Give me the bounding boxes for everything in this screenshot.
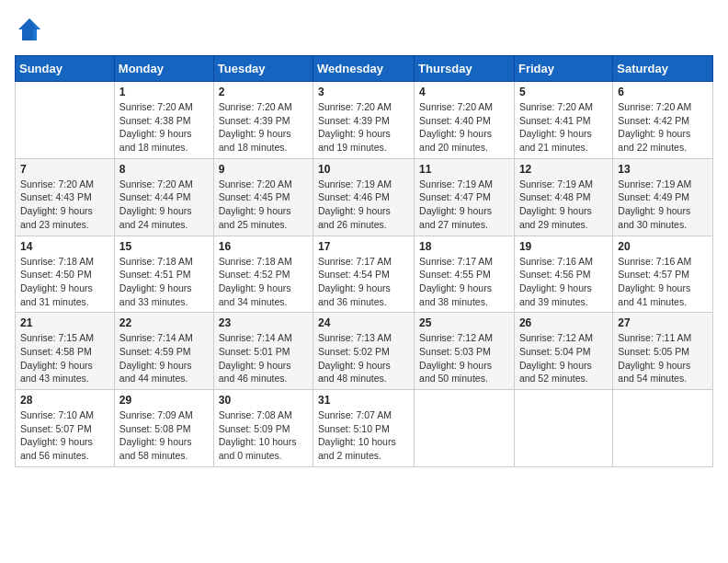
day-info: Sunrise: 7:20 AMSunset: 4:45 PMDaylight:… bbox=[219, 178, 308, 232]
day-number: 8 bbox=[119, 163, 209, 176]
day-info: Sunrise: 7:13 AMSunset: 5:02 PMDaylight:… bbox=[318, 331, 409, 385]
weekday-header-monday: Monday bbox=[114, 56, 213, 82]
calendar-cell: 31Sunrise: 7:07 AMSunset: 5:10 PMDayligh… bbox=[313, 390, 415, 467]
weekday-header-sunday: Sunday bbox=[16, 56, 115, 82]
calendar-cell: 6Sunrise: 7:20 AMSunset: 4:42 PMDaylight… bbox=[613, 82, 713, 159]
day-number: 3 bbox=[318, 86, 409, 98]
calendar-cell: 25Sunrise: 7:12 AMSunset: 5:03 PMDayligh… bbox=[415, 313, 515, 390]
day-number: 6 bbox=[618, 86, 708, 98]
calendar-cell: 7Sunrise: 7:20 AMSunset: 4:43 PMDaylight… bbox=[16, 158, 115, 236]
calendar-cell: 9Sunrise: 7:20 AMSunset: 4:45 PMDaylight… bbox=[213, 158, 313, 236]
weekday-header-tuesday: Tuesday bbox=[213, 56, 313, 82]
day-number: 30 bbox=[219, 394, 308, 407]
calendar-cell: 2Sunrise: 7:20 AMSunset: 4:39 PMDaylight… bbox=[213, 82, 313, 159]
day-number: 2 bbox=[219, 86, 308, 98]
day-number: 19 bbox=[519, 240, 608, 253]
day-number: 17 bbox=[318, 240, 409, 253]
logo-icon bbox=[15, 15, 44, 44]
day-info: Sunrise: 7:18 AMSunset: 4:51 PMDaylight:… bbox=[119, 255, 209, 309]
calendar-header: SundayMondayTuesdayWednesdayThursdayFrid… bbox=[16, 56, 713, 82]
calendar-cell bbox=[613, 390, 713, 467]
calendar-cell: 26Sunrise: 7:12 AMSunset: 5:04 PMDayligh… bbox=[514, 313, 612, 390]
day-info: Sunrise: 7:19 AMSunset: 4:46 PMDaylight:… bbox=[318, 178, 409, 232]
day-info: Sunrise: 7:18 AMSunset: 4:50 PMDaylight:… bbox=[20, 255, 109, 309]
day-info: Sunrise: 7:20 AMSunset: 4:39 PMDaylight:… bbox=[219, 100, 308, 155]
calendar-table: SundayMondayTuesdayWednesdayThursdayFrid… bbox=[15, 55, 713, 467]
day-number: 11 bbox=[419, 163, 509, 176]
calendar-cell bbox=[16, 82, 115, 159]
day-number: 12 bbox=[519, 163, 608, 176]
calendar-cell: 4Sunrise: 7:20 AMSunset: 4:40 PMDaylight… bbox=[415, 82, 515, 159]
calendar-cell: 8Sunrise: 7:20 AMSunset: 4:44 PMDaylight… bbox=[114, 158, 213, 236]
day-number: 28 bbox=[20, 394, 109, 407]
calendar-cell: 12Sunrise: 7:19 AMSunset: 4:48 PMDayligh… bbox=[514, 158, 612, 236]
day-number: 22 bbox=[119, 316, 209, 329]
day-number: 27 bbox=[618, 316, 708, 329]
day-info: Sunrise: 7:17 AMSunset: 4:55 PMDaylight:… bbox=[419, 255, 509, 309]
calendar-cell: 29Sunrise: 7:09 AMSunset: 5:08 PMDayligh… bbox=[114, 390, 213, 467]
calendar-cell: 5Sunrise: 7:20 AMSunset: 4:41 PMDaylight… bbox=[514, 82, 612, 159]
calendar-week-1: 1Sunrise: 7:20 AMSunset: 4:38 PMDaylight… bbox=[16, 82, 713, 159]
day-number: 9 bbox=[219, 163, 308, 176]
day-number: 7 bbox=[20, 163, 109, 176]
calendar-cell: 15Sunrise: 7:18 AMSunset: 4:51 PMDayligh… bbox=[114, 236, 213, 313]
weekday-row: SundayMondayTuesdayWednesdayThursdayFrid… bbox=[16, 56, 713, 82]
day-info: Sunrise: 7:08 AMSunset: 5:09 PMDaylight:… bbox=[219, 408, 308, 463]
calendar-week-5: 28Sunrise: 7:10 AMSunset: 5:07 PMDayligh… bbox=[16, 390, 713, 467]
day-info: Sunrise: 7:19 AMSunset: 4:48 PMDaylight:… bbox=[519, 178, 608, 232]
day-info: Sunrise: 7:14 AMSunset: 5:01 PMDaylight:… bbox=[219, 331, 308, 385]
calendar-cell: 18Sunrise: 7:17 AMSunset: 4:55 PMDayligh… bbox=[415, 236, 515, 313]
day-info: Sunrise: 7:19 AMSunset: 4:47 PMDaylight:… bbox=[419, 178, 509, 232]
day-info: Sunrise: 7:12 AMSunset: 5:04 PMDaylight:… bbox=[519, 331, 608, 385]
day-number: 5 bbox=[519, 86, 608, 98]
day-number: 26 bbox=[519, 316, 608, 329]
day-number: 29 bbox=[119, 394, 209, 407]
day-info: Sunrise: 7:20 AMSunset: 4:43 PMDaylight:… bbox=[20, 178, 109, 232]
calendar-cell: 28Sunrise: 7:10 AMSunset: 5:07 PMDayligh… bbox=[16, 390, 115, 467]
calendar-week-2: 7Sunrise: 7:20 AMSunset: 4:43 PMDaylight… bbox=[16, 158, 713, 236]
day-info: Sunrise: 7:11 AMSunset: 5:05 PMDaylight:… bbox=[618, 331, 708, 385]
calendar-cell: 10Sunrise: 7:19 AMSunset: 4:46 PMDayligh… bbox=[313, 158, 415, 236]
calendar-cell: 21Sunrise: 7:15 AMSunset: 4:58 PMDayligh… bbox=[16, 313, 115, 390]
calendar-week-3: 14Sunrise: 7:18 AMSunset: 4:50 PMDayligh… bbox=[16, 236, 713, 313]
day-number: 25 bbox=[419, 316, 509, 329]
calendar-cell: 20Sunrise: 7:16 AMSunset: 4:57 PMDayligh… bbox=[613, 236, 713, 313]
day-info: Sunrise: 7:20 AMSunset: 4:38 PMDaylight:… bbox=[119, 100, 209, 155]
weekday-header-wednesday: Wednesday bbox=[313, 56, 415, 82]
day-number: 13 bbox=[618, 163, 708, 176]
calendar-cell: 17Sunrise: 7:17 AMSunset: 4:54 PMDayligh… bbox=[313, 236, 415, 313]
day-info: Sunrise: 7:17 AMSunset: 4:54 PMDaylight:… bbox=[318, 255, 409, 309]
day-info: Sunrise: 7:20 AMSunset: 4:42 PMDaylight:… bbox=[618, 100, 708, 155]
calendar-cell: 3Sunrise: 7:20 AMSunset: 4:39 PMDaylight… bbox=[313, 82, 415, 159]
day-info: Sunrise: 7:16 AMSunset: 4:57 PMDaylight:… bbox=[618, 255, 708, 309]
calendar-cell: 22Sunrise: 7:14 AMSunset: 4:59 PMDayligh… bbox=[114, 313, 213, 390]
day-info: Sunrise: 7:14 AMSunset: 4:59 PMDaylight:… bbox=[119, 331, 209, 385]
calendar-cell: 27Sunrise: 7:11 AMSunset: 5:05 PMDayligh… bbox=[613, 313, 713, 390]
calendar-cell: 23Sunrise: 7:14 AMSunset: 5:01 PMDayligh… bbox=[213, 313, 313, 390]
weekday-header-saturday: Saturday bbox=[613, 56, 713, 82]
day-info: Sunrise: 7:20 AMSunset: 4:41 PMDaylight:… bbox=[519, 100, 608, 155]
calendar-cell bbox=[415, 390, 515, 467]
calendar-cell: 30Sunrise: 7:08 AMSunset: 5:09 PMDayligh… bbox=[213, 390, 313, 467]
day-info: Sunrise: 7:10 AMSunset: 5:07 PMDaylight:… bbox=[20, 408, 109, 463]
weekday-header-friday: Friday bbox=[514, 56, 612, 82]
calendar-cell: 11Sunrise: 7:19 AMSunset: 4:47 PMDayligh… bbox=[415, 158, 515, 236]
day-info: Sunrise: 7:12 AMSunset: 5:03 PMDaylight:… bbox=[419, 331, 509, 385]
day-info: Sunrise: 7:18 AMSunset: 4:52 PMDaylight:… bbox=[219, 255, 308, 309]
calendar-cell: 14Sunrise: 7:18 AMSunset: 4:50 PMDayligh… bbox=[16, 236, 115, 313]
day-info: Sunrise: 7:20 AMSunset: 4:39 PMDaylight:… bbox=[318, 100, 409, 155]
calendar-cell: 1Sunrise: 7:20 AMSunset: 4:38 PMDaylight… bbox=[114, 82, 213, 159]
day-number: 16 bbox=[219, 240, 308, 253]
day-number: 20 bbox=[618, 240, 708, 253]
calendar-cell bbox=[514, 390, 612, 467]
day-info: Sunrise: 7:16 AMSunset: 4:56 PMDaylight:… bbox=[519, 255, 608, 309]
day-number: 10 bbox=[318, 163, 409, 176]
day-number: 18 bbox=[419, 240, 509, 253]
calendar-cell: 24Sunrise: 7:13 AMSunset: 5:02 PMDayligh… bbox=[313, 313, 415, 390]
day-number: 31 bbox=[318, 394, 409, 407]
day-info: Sunrise: 7:19 AMSunset: 4:49 PMDaylight:… bbox=[618, 178, 708, 232]
calendar-cell: 16Sunrise: 7:18 AMSunset: 4:52 PMDayligh… bbox=[213, 236, 313, 313]
weekday-header-thursday: Thursday bbox=[415, 56, 515, 82]
logo bbox=[15, 15, 48, 44]
calendar-week-4: 21Sunrise: 7:15 AMSunset: 4:58 PMDayligh… bbox=[16, 313, 713, 390]
